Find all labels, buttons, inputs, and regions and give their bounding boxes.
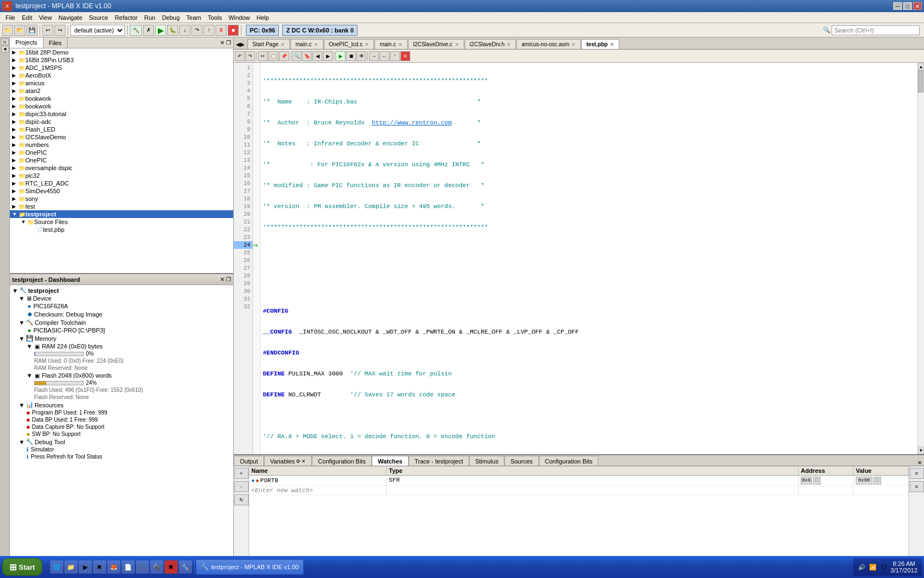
tree-item-pic32[interactable]: ▶📁 pic32 <box>10 172 233 179</box>
ed-btn-search[interactable]: 🔍 <box>292 51 301 61</box>
dash-device[interactable]: ▼🖥Device <box>11 295 232 302</box>
tree-item-bookwork2[interactable]: ▶📁 bookwork <box>10 102 233 110</box>
tree-item-onepic2[interactable]: ▶📁 OnePIC <box>10 156 233 164</box>
tree-item-sony[interactable]: ▶📁 sony <box>10 195 233 203</box>
dash-pbp3[interactable]: ●PICBASIC-PRO [C:\PBP3] <box>11 326 232 334</box>
dash-testproject[interactable]: ▼🔧testproject <box>11 286 232 295</box>
tree-item-sourcefiles[interactable]: ▼📁 Source Files <box>10 218 233 226</box>
dash-flash[interactable]: ▼▣Flash 2048 (0x800) words <box>11 372 232 379</box>
dashboard-close-btn[interactable]: ✕ ❐ <box>220 276 231 282</box>
tree-item-test[interactable]: ▶📁 test <box>10 203 233 210</box>
bottom-panel-close[interactable]: ✕ <box>915 460 924 466</box>
watches-row-portb[interactable]: ● ◆ PORTB SFR 0x6 □ 0x00 □ <box>249 476 909 486</box>
menu-navigate[interactable]: Navigate <box>55 13 85 22</box>
portb-val-box[interactable]: 0x00 <box>856 477 872 484</box>
tab-mainc2[interactable]: main.c ✕ <box>375 39 407 49</box>
menu-file[interactable]: File <box>2 13 19 22</box>
menu-team[interactable]: Team <box>183 13 205 22</box>
btab-trace[interactable]: Trace - testproject <box>409 456 469 466</box>
nav-btn-2[interactable]: ◀ <box>1 46 9 52</box>
tab-i2cdrive[interactable]: I2CSlaveDrive.c ✕ <box>408 39 464 49</box>
dash-memory[interactable]: ▼💾Memory <box>11 334 232 342</box>
menu-source[interactable]: Source <box>86 13 112 22</box>
ql-pdf[interactable]: 📄 <box>122 560 135 574</box>
panel-close-btn[interactable]: ✕ ❐ <box>218 37 233 48</box>
dash-debug-tool[interactable]: ▼🔧Debug Tool <box>11 438 232 446</box>
code-content[interactable]: '***************************************… <box>261 63 917 454</box>
btab-config2[interactable]: Configuration Bits <box>539 456 599 466</box>
tree-item-simdev[interactable]: ▶📁 SimDev4550 <box>10 187 233 195</box>
tree-item-dspic-adc[interactable]: ▶📁 dspic-adc <box>10 118 233 126</box>
tree-item-testproject[interactable]: ▼📁 testproject <box>10 210 233 218</box>
ql-ie[interactable]: 🌐 <box>50 560 63 574</box>
taskbar-mplab[interactable]: 🔧 testproject - MPLAB X IDE v1.00 <box>196 559 304 575</box>
tree-item-atan2[interactable]: ▶📁 atan2 <box>10 87 233 95</box>
ed-btn-copy[interactable]: 📋 <box>268 51 278 61</box>
ed-btn-debug[interactable]: ▶ <box>336 51 345 61</box>
tray-network[interactable]: 🔊 <box>857 563 866 571</box>
tree-item-i2c[interactable]: ▶📁 I2CSlaveDemo <box>10 133 233 141</box>
watches-refresh-btn[interactable]: ↻ <box>234 494 249 505</box>
menu-debug[interactable]: Debug <box>158 13 183 22</box>
ed-btn-history[interactable]: ↶ <box>235 51 245 61</box>
project-combo[interactable]: default (active) <box>70 25 125 36</box>
nav-btn-1[interactable]: N <box>1 39 9 45</box>
scroll-thumb[interactable] <box>918 70 923 92</box>
tree-item-16bit28pin[interactable]: ▶📁 16Bit 28Pin USB3 <box>10 56 233 64</box>
tab-mainc1[interactable]: main.c ✕ <box>290 39 323 49</box>
new-project-btn[interactable]: 📁 <box>2 25 13 36</box>
close-button[interactable]: ✕ <box>913 2 922 10</box>
save-btn[interactable]: 💾 <box>26 25 37 36</box>
editor-nav-left[interactable]: ◀▶ <box>234 39 248 49</box>
tree-item-numbers[interactable]: ▶📁 numbers <box>10 141 233 149</box>
portb-addr-btn[interactable]: □ <box>813 477 821 484</box>
ed-btn-fwd[interactable]: ↷ <box>245 51 255 61</box>
portb-val-btn[interactable]: □ <box>873 477 881 484</box>
btab-watches[interactable]: Watches <box>372 456 409 466</box>
projects-tree[interactable]: ▶📁 16bit 28P Demo ▶📁 16Bit 28Pin USB3 ▶📁… <box>10 48 233 273</box>
menu-edit[interactable]: Edit <box>19 13 36 22</box>
dash-pic16[interactable]: ●PIC16F628A <box>11 302 232 310</box>
btab-sources[interactable]: Sources <box>504 456 538 466</box>
tree-item-rtc[interactable]: ▶📁 RTC_LED_ADC <box>10 179 233 187</box>
ql-explorer[interactable]: 📁 <box>64 560 78 574</box>
debug-btn[interactable]: 🐛 <box>167 25 178 36</box>
watches-right-btn1[interactable]: ≡ <box>910 468 924 479</box>
ed-btn-breakpt[interactable]: ⏹ <box>346 51 356 61</box>
open-btn[interactable]: 📂 <box>14 25 25 36</box>
ed-btn-comment[interactable]: ' <box>390 51 400 61</box>
clean-btn[interactable]: ✗ <box>143 25 154 36</box>
dash-ram[interactable]: ▼▣RAM 224 (0xE0) bytes <box>11 342 232 350</box>
ed-btn-watch[interactable]: 👁 <box>356 51 366 61</box>
code-editor[interactable]: 1 2 3 4 5 6 7 8 9 10 11 12 13 14 15 16 1… <box>234 63 924 454</box>
tray-volume[interactable]: 📶 <box>868 563 877 571</box>
tree-item-flashled[interactable]: ▶📁 Flash_LED <box>10 126 233 133</box>
watches-right-btn2[interactable]: ≡ <box>910 481 924 492</box>
ql-chip[interactable]: 🔌 <box>150 560 163 574</box>
ed-btn-outdent[interactable]: ← <box>380 51 389 61</box>
step-over-btn[interactable]: ↷ <box>191 25 202 36</box>
dash-compiler[interactable]: ▼🔨Compiler Toolchain <box>11 318 232 326</box>
minimize-button[interactable]: ─ <box>893 2 902 10</box>
watches-add-btn[interactable]: + <box>234 468 249 479</box>
ed-btn-prev[interactable]: ◀ <box>312 51 322 61</box>
tab-files[interactable]: Files <box>43 37 68 48</box>
build-btn[interactable]: 🔨 <box>130 25 142 36</box>
ql-red2[interactable]: ✖ <box>164 560 178 574</box>
tree-item-oversample[interactable]: ▶📁 oversample dspic <box>10 164 233 172</box>
menu-run[interactable]: Run <box>141 13 158 22</box>
menu-view[interactable]: View <box>36 13 56 22</box>
tab-amicus[interactable]: amicus-no-osc.asm ✕ <box>516 39 581 49</box>
tree-item-dspic33[interactable]: ▶📁 dspic33-tutorial <box>10 110 233 118</box>
tab-projects[interactable]: Projects <box>10 37 43 48</box>
tree-item-bookwork1[interactable]: ▶📁 bookwork <box>10 95 233 102</box>
tree-item-amicus[interactable]: ▶📁 amicus <box>10 79 233 87</box>
ed-btn-indent[interactable]: → <box>369 51 379 61</box>
menu-tools[interactable]: Tools <box>205 13 226 22</box>
tree-item-16bit28p[interactable]: ▶📁 16bit 28P Demo <box>10 48 233 56</box>
dashboard-tree[interactable]: ▼🔧testproject ▼🖥Device ●PIC16F628A ◆Chec… <box>10 285 233 556</box>
redo-btn[interactable]: ↪ <box>54 25 65 36</box>
tab-i2cdrv[interactable]: I2CSlaveDrv.h ✕ <box>465 39 516 49</box>
tree-item-aerobot[interactable]: ▶📁 AeroBotX <box>10 72 233 79</box>
ql-media[interactable]: ▶ <box>79 560 92 574</box>
